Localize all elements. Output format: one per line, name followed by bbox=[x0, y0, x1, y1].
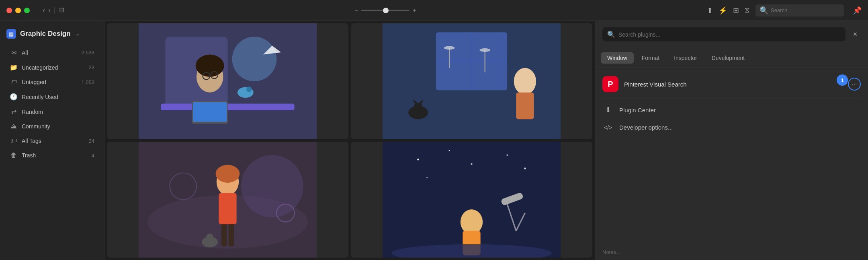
sidebar-item-all[interactable]: ✉ All 2,533 bbox=[3, 45, 101, 60]
svg-point-50 bbox=[461, 209, 483, 234]
minimize-button[interactable] bbox=[15, 8, 21, 13]
sidebar-item-all-tags[interactable]: 🏷 All Tags 24 bbox=[3, 134, 101, 148]
sidebar-item-untagged[interactable]: 🏷 Untagged 1,053 bbox=[3, 75, 101, 89]
zoom-out-button[interactable]: − bbox=[354, 7, 358, 14]
svg-point-19 bbox=[444, 46, 455, 50]
content-grid bbox=[104, 21, 595, 260]
svg-point-25 bbox=[414, 103, 423, 111]
svg-point-46 bbox=[426, 177, 428, 178]
filter-icon[interactable]: ⧖ bbox=[745, 6, 750, 14]
shuffle-icon: ⇄ bbox=[10, 108, 18, 116]
ellipsis-icon: ··· bbox=[852, 80, 857, 88]
svg-point-30 bbox=[241, 155, 303, 217]
sidebar-label-uncategorized: Uncategorized bbox=[22, 64, 85, 71]
image-card-3[interactable] bbox=[107, 142, 348, 258]
image-card-1[interactable] bbox=[107, 23, 348, 139]
clock-icon: 🕐 bbox=[10, 93, 18, 101]
plugin-more-button[interactable]: ··· bbox=[848, 78, 861, 91]
code-icon: </> bbox=[602, 124, 614, 131]
plugin-search-bar[interactable]: 🔍 bbox=[602, 27, 845, 41]
main-search-bar[interactable]: 🔍 bbox=[755, 4, 844, 17]
zoom-in-button[interactable]: + bbox=[413, 7, 416, 14]
sidebar-header[interactable]: ▦ Graphic Design ⌄ bbox=[0, 26, 104, 45]
sidebar-count-uncategorized: 23 bbox=[89, 64, 94, 70]
plugin-list: P Pinterest Visual Search 1 ··· ⬇ Plugin… bbox=[595, 68, 868, 244]
svg-rect-32 bbox=[219, 193, 236, 224]
svg-rect-34 bbox=[221, 224, 227, 246]
sidebar-toggle-button[interactable]: ⊟ bbox=[59, 6, 64, 14]
sidebar-item-community[interactable]: ⛰ Community bbox=[3, 120, 101, 133]
svg-point-2 bbox=[232, 37, 277, 81]
notes-label: Notes... bbox=[602, 249, 620, 255]
svg-point-12 bbox=[246, 87, 252, 92]
trash-icon: 🗑 bbox=[10, 152, 18, 159]
close-button[interactable] bbox=[6, 8, 12, 13]
image-card-2[interactable] bbox=[351, 23, 592, 139]
maximize-button[interactable] bbox=[24, 8, 30, 13]
plugin-center-label: Plugin Center bbox=[619, 107, 656, 113]
titlebar: ‹ › | ⊟ − + ⬆ ⚡ ⊞ ⧖ 🔍 📌 bbox=[0, 0, 868, 21]
grid-icon[interactable]: ⊞ bbox=[733, 6, 739, 15]
plugin-center-item[interactable]: ⬇ Plugin Center bbox=[595, 101, 868, 119]
nav-separator: | bbox=[54, 6, 56, 14]
back-button[interactable]: ‹ bbox=[43, 6, 45, 14]
plugin-search-icon: 🔍 bbox=[607, 31, 615, 38]
sidebar-item-random[interactable]: ⇄ Random bbox=[3, 105, 101, 119]
sidebar-label-community: Community bbox=[22, 123, 94, 130]
zoom-slider[interactable] bbox=[361, 10, 409, 11]
traffic-lights bbox=[6, 8, 30, 13]
svg-point-33 bbox=[216, 165, 240, 183]
plugin-panel: 🔍 × Window Format Inspector Development … bbox=[595, 21, 868, 260]
svg-point-6 bbox=[200, 61, 207, 68]
pin-icon[interactable]: 📌 bbox=[853, 6, 862, 15]
bolt-icon[interactable]: ⚡ bbox=[719, 6, 727, 15]
tab-format[interactable]: Format bbox=[635, 52, 666, 64]
sidebar-count-all: 2,533 bbox=[81, 50, 94, 56]
sidebar-item-uncategorized[interactable]: 📁 Uncategorized 23 bbox=[3, 60, 101, 74]
titlebar-right: ⬆ ⚡ ⊞ ⧖ 🔍 📌 bbox=[707, 4, 862, 17]
plugin-close-button[interactable]: × bbox=[850, 29, 861, 40]
titlebar-center: − + bbox=[354, 7, 417, 14]
plugin-tabs: Window Format Inspector Development bbox=[595, 48, 868, 68]
tag-icon: 🏷 bbox=[10, 78, 18, 86]
download-icon: ⬇ bbox=[602, 105, 614, 114]
image-card-4[interactable] bbox=[351, 142, 592, 258]
svg-point-45 bbox=[524, 167, 526, 169]
divider bbox=[602, 99, 861, 99]
share-icon[interactable]: ⬆ bbox=[707, 6, 713, 15]
plugin-search-input[interactable] bbox=[618, 31, 841, 38]
sidebar-label-all: All bbox=[22, 50, 77, 56]
folder-icon: 📁 bbox=[10, 64, 18, 71]
main-search-input[interactable] bbox=[771, 7, 840, 13]
svg-point-21 bbox=[479, 48, 490, 52]
sidebar-count-untagged: 1,053 bbox=[81, 79, 94, 85]
all-icon: ✉ bbox=[10, 49, 18, 56]
community-icon: ⛰ bbox=[10, 123, 18, 130]
plugin-name-pinterest: Pinterest Visual Search bbox=[624, 81, 687, 88]
svg-rect-35 bbox=[229, 224, 234, 246]
sidebar-item-recently-used[interactable]: 🕐 Recently Used bbox=[3, 90, 101, 104]
notes-bar: Notes... bbox=[595, 244, 868, 260]
tab-inspector[interactable]: Inspector bbox=[667, 52, 704, 64]
tags-icon: 🏷 bbox=[10, 137, 18, 144]
main-layout: ▦ Graphic Design ⌄ ✉ All 2,533 📁 Uncateg… bbox=[0, 21, 868, 260]
plugin-panel-header: 🔍 × bbox=[595, 21, 868, 48]
svg-rect-23 bbox=[516, 93, 534, 119]
forward-button[interactable]: › bbox=[48, 6, 51, 14]
pinterest-plugin-icon: P bbox=[602, 76, 618, 92]
sidebar-item-trash[interactable]: 🗑 Trash 4 bbox=[3, 149, 101, 162]
developer-options-label: Developer options... bbox=[619, 124, 673, 131]
developer-options-item[interactable]: </> Developer options... bbox=[595, 119, 868, 136]
sidebar-label-untagged: Untagged bbox=[22, 79, 77, 85]
tab-window[interactable]: Window bbox=[601, 52, 634, 64]
tab-development[interactable]: Development bbox=[705, 52, 751, 64]
sidebar-label-trash: Trash bbox=[22, 152, 88, 159]
svg-point-37 bbox=[206, 233, 213, 241]
sidebar-label-recently-used: Recently Used bbox=[22, 94, 94, 100]
svg-point-41 bbox=[417, 159, 419, 160]
plugin-item-pinterest[interactable]: P Pinterest Visual Search 1 ··· bbox=[595, 71, 868, 97]
svg-rect-10 bbox=[193, 102, 227, 122]
svg-point-43 bbox=[471, 163, 472, 165]
svg-point-44 bbox=[506, 155, 508, 156]
plugin-badge-1: 1 bbox=[837, 74, 848, 86]
